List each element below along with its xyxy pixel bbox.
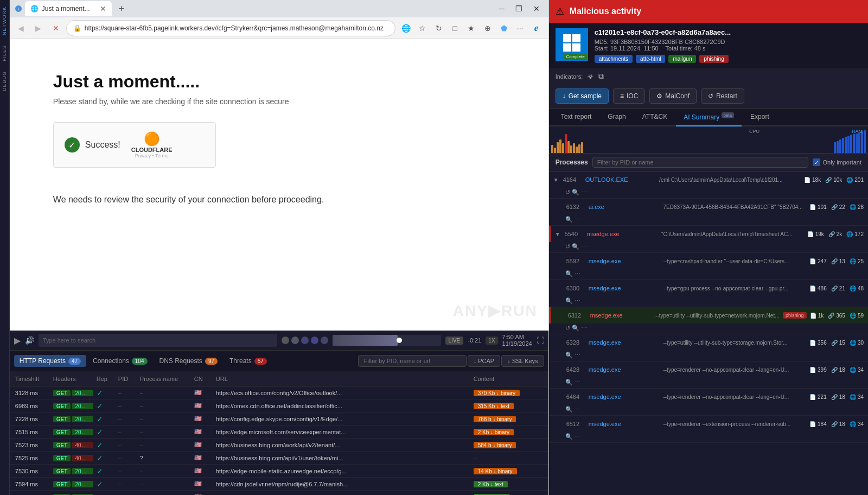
process-row[interactable]: 6464 msedge.exe --type=renderer --no-app… [549,389,868,405]
tab-text-report[interactable]: Text report [553,109,599,126]
timeline-icon-2[interactable] [291,337,299,344]
sidebar-tab-debug[interactable]: DEBUG [1,67,8,96]
proc-search-icon[interactable]: 🔍 [565,270,573,277]
proc-more-icon[interactable]: ⋯ [575,297,580,304]
proc-search-icon[interactable]: 🔍 [572,325,579,332]
more-options-icon[interactable]: ··· [513,21,528,36]
back-button[interactable]: ◀ [14,21,28,35]
tab-close-button[interactable]: ✕ [100,4,106,13]
pid-filter-input[interactable] [592,157,809,168]
edge-icon[interactable]: 𝒆 [529,21,544,36]
get-sample-button[interactable]: ↓ Get sample [556,88,609,104]
process-row[interactable]: ▼ 4164 OUTLOOK.EXE /eml C:\Users\admin\A… [549,172,868,188]
address-bar[interactable]: 🔒 https://square-star-6fb5.pagelink.work… [66,20,395,36]
proc-more-icon[interactable]: ⋯ [575,406,580,413]
proc-more-icon[interactable]: ⋯ [575,216,580,223]
proc-more-icon[interactable]: ⋯ [581,243,587,250]
http-row[interactable]: 6989 ms GET 200: OK ✓ – – 🇺🇸 https://ome… [10,399,548,412]
ioc-button[interactable]: ≡ IOC [613,88,645,104]
proc-more-icon[interactable]: ⋯ [575,270,580,277]
proc-more-icon[interactable]: ⋯ [575,352,580,359]
copilot-icon[interactable]: ⬟ [496,21,512,36]
process-row[interactable]: 6300 msedge.exe --type=gpu-process --no-… [549,280,868,296]
tab-ai-summary[interactable]: AI Summary beta [676,109,742,126]
timeline-icon-4[interactable] [311,337,318,344]
process-row[interactable]: 6328 msedge.exe --type=utility --utility… [549,334,868,351]
minimize-button[interactable]: ─ [494,1,509,16]
browser-tab-active[interactable]: 🌐 Just a moment... ✕ [25,1,112,16]
proc-action-icon[interactable]: ↺ [565,325,570,332]
proc-search-icon[interactable]: 🔍 [565,433,573,440]
collections-icon[interactable]: □ [448,21,463,36]
restart-button[interactable]: ↺ Restart [701,88,744,104]
proc-search-icon[interactable]: 🔍 [565,297,573,304]
tab-export[interactable]: Export [743,109,777,126]
process-row[interactable]: 6428 msedge.exe --type=renderer --no-app… [549,361,868,378]
pcap-download-button[interactable]: ↓ PCAP [468,355,501,367]
search-bar[interactable]: Type here to search [39,334,277,347]
tag-attachments[interactable]: attachments [595,55,633,63]
url-filter-input[interactable] [358,355,467,367]
proc-more-icon[interactable]: ⋯ [581,189,587,196]
process-name: msedge.exe [589,366,660,373]
only-important-toggle[interactable]: ✓ Only important [813,158,861,166]
proc-search-icon[interactable]: 🔍 [565,216,573,223]
indicators-bio-icon[interactable]: ☣ [587,72,594,81]
tag-phishing[interactable]: phishing [699,55,728,63]
fullscreen-button[interactable]: ⛶ [537,336,544,345]
malconf-button[interactable]: ⚙ MalConf [649,88,697,104]
bookmark-icon[interactable]: ☆ [415,21,430,36]
sidebar-tab-network[interactable]: NETWORK [1,2,8,40]
restore-button[interactable]: ❐ [512,1,527,16]
close-button[interactable]: ✕ [529,1,544,16]
sidebar-tab-files[interactable]: FILES [1,41,8,66]
tab-dns-requests[interactable]: DNS Requests 97 [154,355,224,367]
proc-action-icon[interactable]: ↺ [565,243,570,250]
proc-more-icon[interactable]: ⋯ [575,379,580,386]
refresh-icon[interactable]: ↻ [431,21,446,36]
process-row[interactable]: 5592 msedge.exe --type=crashpad-handler … [549,253,868,269]
tab-attck[interactable]: ATT&CK [635,109,675,126]
timeline-icon-5[interactable] [321,337,328,344]
http-row[interactable]: 7523 ms GET 401: Unauthoriz... ✓ – – 🇺🇸 … [10,439,548,452]
proc-more-icon[interactable]: ⋯ [581,325,587,332]
process-row-phishing[interactable]: 6312 msedge.exe --type=utility --utility… [549,307,868,323]
http-row[interactable]: 7594 ms GET 200: OK ✓ – – 🇺🇸 https://cdn… [10,478,548,491]
process-row[interactable]: 6132 ai.exe 7ED6373A-901A-456B-8434-4FBA… [549,199,868,215]
tag-mailgun[interactable]: mailgun [668,55,696,63]
proc-search-icon[interactable]: 🔍 [565,406,573,413]
proc-search-icon[interactable]: 🔍 [565,379,573,386]
proc-more-icon[interactable]: ⋯ [575,433,580,440]
proc-search-icon[interactable]: 🔍 [572,243,579,250]
http-row[interactable]: 3128 ms GET 200: OK ✓ – – 🇺🇸 https://ecs… [10,386,548,399]
timeline-scrubber[interactable] [333,335,441,346]
sound-button[interactable]: 🔊 [25,336,34,345]
reload-button[interactable]: ✕ [49,21,63,35]
http-row[interactable]: 7596 ms GET 200: OK ✓ – – 🇺🇸 https://mes… [10,491,548,495]
http-row[interactable]: 7515 ms GET 200: OK ✓ – – 🇺🇸 https://edg… [10,426,548,439]
timeline-icon-1[interactable] [282,337,289,344]
tab-connections[interactable]: Connections 104 [87,355,152,367]
process-icon-row: 🔍 ⋯ [549,378,868,388]
ssl-keys-download-button[interactable]: ↓ SSL Keys [501,355,544,367]
indicators-copy-icon[interactable]: ⧉ [598,72,604,81]
extensions-icon[interactable]: ⊕ [480,21,495,36]
play-button[interactable]: ▶ [14,335,21,346]
http-row[interactable]: 7228 ms GET 200: OK ✓ – – 🇺🇸 https://con… [10,412,548,426]
timeline-icon-3[interactable] [301,337,309,344]
proc-search-icon[interactable]: 🔍 [572,189,579,196]
http-row[interactable]: 7530 ms GET 200: OK ✓ – – 🇺🇸 https://edg… [10,465,548,478]
tag-attc-html[interactable]: attc-html [636,55,665,63]
http-row[interactable]: 7525 ms GET 401: Unauthoriz... ✓ – ? 🇺🇸 … [10,452,548,465]
tab-graph[interactable]: Graph [600,109,633,126]
tab-http-requests[interactable]: HTTP Requests 47 [14,355,86,367]
tab-threats[interactable]: Threats 57 [224,355,272,367]
proc-search-icon[interactable]: 🔍 [565,352,573,359]
favorites-icon[interactable]: ★ [464,21,479,36]
new-tab-button[interactable]: + [114,1,129,16]
translate-icon[interactable]: 🌐 [399,21,414,36]
process-row[interactable]: 6512 msedge.exe --type=renderer --extens… [549,416,868,432]
proc-action-icon[interactable]: ↺ [565,189,570,196]
forward-button[interactable]: ▶ [31,21,46,35]
process-row-malicious[interactable]: ▼ 5540 msedge.exe "C:\Users\admin\AppDat… [549,226,868,242]
